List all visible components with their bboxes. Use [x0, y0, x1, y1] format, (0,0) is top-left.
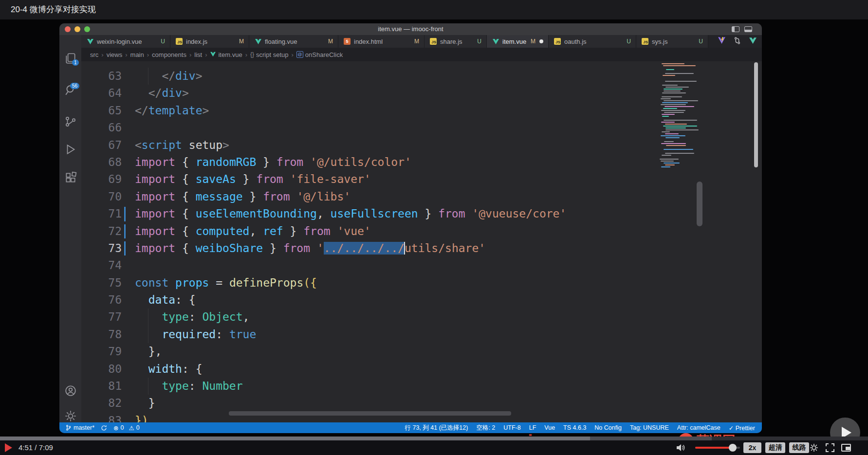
line-content: </div> [135, 85, 189, 102]
status-bar: master* ⊗ 0 ⚠ 0 行 73, 列 41 (已选择12)空格: 2U… [59, 422, 762, 433]
speed-button[interactable]: 2x [743, 442, 761, 453]
status-language-mode[interactable]: Vue [544, 424, 555, 431]
problems-item[interactable]: ⊗ 0 ⚠ 0 [113, 424, 140, 432]
code-line-79[interactable]: 79 }, [81, 343, 762, 360]
tab-item.vue[interactable]: item.vueM [487, 35, 549, 48]
line-button[interactable]: 线路 [789, 442, 809, 453]
sync-icon[interactable] [101, 425, 107, 431]
status-volar-attr[interactable]: Attr: camelCase [677, 424, 720, 431]
breadcrumb-item-onShareClick[interactable]: @onShareClick [296, 51, 343, 58]
status-cursor-position[interactable]: 行 73, 列 41 (已选择12) [405, 424, 468, 432]
play-button[interactable] [5, 443, 12, 452]
minimap-line [663, 108, 677, 109]
tab-floating.vue[interactable]: floating.vueM [249, 35, 338, 48]
tab-oauth.js[interactable]: JSoauth.jsU [549, 35, 636, 48]
breadcrumb-item-views[interactable]: views [107, 51, 123, 58]
status-volar-tag[interactable]: Tag: UNSURE [630, 424, 669, 431]
toggle-sidebar-icon[interactable] [732, 26, 739, 32]
horizontal-scrollbar[interactable] [229, 411, 511, 416]
status-indent-setting[interactable]: 空格: 2 [476, 424, 495, 432]
line-number: 67 [81, 137, 122, 154]
line-number: 79 [81, 343, 122, 360]
tab-weixin-login.vue[interactable]: weixin-login.vueU [81, 35, 170, 48]
line-content: data: { [135, 291, 196, 309]
git-modified-gutter [124, 207, 126, 221]
status-formatter[interactable]: ✓ Prettier [729, 424, 755, 432]
code-line-78[interactable]: 78 required: true [81, 326, 762, 343]
code-line-74[interactable]: 74 [81, 257, 762, 274]
breadcrumb-separator: › [147, 51, 149, 58]
settings-gear-icon[interactable] [64, 410, 77, 422]
minimap-line [661, 110, 685, 111]
git-status-U: U [157, 38, 165, 45]
vscode-titlebar[interactable]: item.vue — imooc-front [59, 23, 762, 35]
vue-file-icon [492, 37, 499, 45]
status-ts-version[interactable]: TS 4.6.3 [563, 424, 586, 431]
run-debug-icon[interactable] [64, 143, 77, 156]
line-content: import { saveAs } from 'file-saver' [135, 171, 371, 188]
line-content: import { weiboShare } from '../../../../… [135, 240, 485, 257]
vertical-scrollbar[interactable] [697, 182, 702, 226]
branch-icon [65, 424, 72, 431]
seek-bar[interactable] [0, 437, 868, 440]
tab-index.js[interactable]: JSindex.jsM [170, 35, 249, 48]
minimap-line [666, 69, 674, 70]
git-branch-item[interactable]: master* [65, 424, 94, 431]
code-line-75[interactable]: 75const props = defineProps({ [81, 274, 762, 291]
toggle-panel-icon[interactable] [744, 26, 752, 32]
minimap-line [665, 164, 675, 165]
source-control-icon[interactable] [64, 115, 77, 128]
minimap-line [661, 122, 675, 123]
git-status-U: U [473, 38, 481, 45]
code-line-80[interactable]: 80 width: { [81, 361, 762, 378]
code-line-77[interactable]: 77 type: Object, [81, 309, 762, 326]
minimap-line [665, 127, 686, 128]
volume-handle[interactable] [729, 444, 737, 452]
quality-button[interactable]: 超清 [765, 442, 785, 453]
sync-changes-icon[interactable] [733, 36, 741, 47]
code-editor[interactable]: 63 </div>64 </div>65</template>6667<scri… [81, 61, 762, 422]
overview-ruler-bar [754, 62, 758, 167]
line-number: 82 [81, 395, 122, 412]
status-volar-config[interactable]: No Config [594, 424, 622, 431]
pip-icon[interactable] [841, 443, 851, 455]
vite-preview-icon[interactable] [718, 36, 726, 46]
tab-label: index.js [186, 38, 207, 45]
fullscreen-icon[interactable] [825, 443, 835, 455]
tab-index.html[interactable]: 5index.htmlM [338, 35, 425, 48]
git-status-U: U [695, 38, 703, 45]
line-number: 69 [81, 171, 122, 188]
volar-split-icon[interactable] [749, 37, 757, 46]
minimap-line [662, 85, 678, 86]
minimap-line [661, 135, 685, 136]
breadcrumb-item-list[interactable]: list [194, 51, 202, 58]
code-line-82[interactable]: 82 } [81, 395, 762, 412]
minimap-line [661, 98, 671, 99]
status-encoding[interactable]: UTF-8 [503, 424, 520, 431]
breadcrumb-item-components[interactable]: components [152, 51, 186, 58]
breadcrumb-item-script-setup[interactable]: {}script setup [250, 51, 289, 58]
js-file-icon: JS [429, 37, 437, 45]
tab-share.js[interactable]: JSshare.jsU [425, 35, 487, 48]
line-content: import { message } from '@/libs' [135, 188, 351, 205]
minimap[interactable] [660, 62, 701, 208]
minimap-line [665, 137, 680, 138]
code-line-76[interactable]: 76 data: { [81, 291, 762, 309]
breadcrumb-item-src[interactable]: src [90, 51, 98, 58]
js-file-icon: JS [175, 37, 183, 45]
accounts-icon[interactable] [64, 384, 77, 397]
extensions-icon[interactable] [64, 171, 77, 184]
breadcrumb-item-main[interactable]: main [130, 51, 144, 58]
code-line-81[interactable]: 81 type: Number [81, 378, 762, 395]
player-settings-gear-icon[interactable] [809, 443, 819, 455]
video-area[interactable]: item.vue — imooc-front weixin-login.vueU… [0, 19, 868, 437]
code-line-73[interactable]: 73import { weiboShare } from '../../../.… [81, 240, 762, 257]
breadcrumb-item-item.vue[interactable]: item.vue [210, 51, 242, 58]
tab-sys.js[interactable]: JSsys.jsU [636, 35, 708, 48]
status-eol[interactable]: LF [529, 424, 536, 431]
breadcrumb-label: views [107, 51, 123, 58]
code-line-72[interactable]: 72import { computed, ref } from 'vue' [81, 223, 762, 240]
tab-label: index.html [354, 38, 383, 45]
volume-icon[interactable] [676, 443, 685, 455]
editor-actions [718, 35, 757, 48]
